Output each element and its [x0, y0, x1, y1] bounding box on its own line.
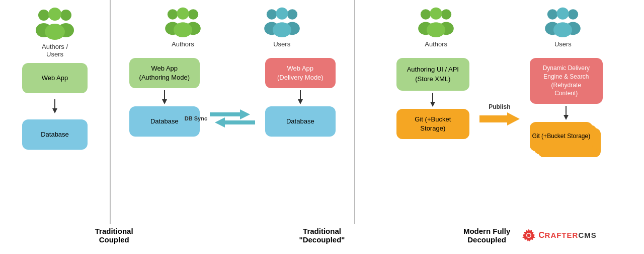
svg-point-32	[547, 9, 557, 19]
actor-label-users-s3: Users	[554, 40, 572, 48]
svg-point-10	[188, 9, 198, 19]
section-traditional-decoupled: Authors Users Web App (Authoring Mode)	[111, 0, 355, 224]
box-db-s2-right: Database	[265, 106, 336, 137]
db-sync-area: DB Sync	[210, 108, 255, 129]
crafter-c-letter: C	[538, 230, 544, 240]
svg-point-14	[267, 9, 277, 19]
svg-point-26	[421, 9, 431, 19]
svg-point-36	[557, 8, 569, 20]
title-traditional-decoupled: Traditional "Decoupled"	[299, 227, 345, 244]
svg-marker-21	[162, 99, 167, 104]
footer-s3-title: Modern Fully Decoupled CRAFTERCMS	[426, 227, 634, 244]
people-icon-teal-s2	[263, 5, 301, 38]
actor-label-authors-s2: Authors	[172, 40, 194, 48]
svg-point-4	[48, 8, 61, 21]
svg-marker-42	[564, 115, 569, 120]
arrow-s3-left	[428, 93, 438, 107]
publish-arrow-icon	[479, 111, 520, 126]
people-icon-green-s3	[417, 5, 455, 38]
arrow-down-s1	[50, 99, 60, 113]
svg-point-45	[527, 233, 531, 237]
svg-marker-7	[52, 108, 57, 113]
box-webapp-s1: Web App	[22, 63, 88, 93]
svg-marker-39	[430, 102, 435, 107]
s3-left-col: Authoring UI / API (Store XML) Git (+Buc…	[396, 58, 469, 139]
svg-marker-22	[210, 109, 250, 119]
actor-authors-s2: Authors	[164, 5, 202, 48]
actor-users-s2: Users	[263, 5, 301, 48]
svg-point-19	[273, 22, 291, 37]
actor-authors-users: Authors / Users	[35, 5, 75, 58]
actors-row-s3: Authors Users	[363, 5, 636, 48]
people-icon-green	[35, 5, 75, 40]
box-webapp-authoring: Web App (Authoring Mode)	[129, 58, 200, 88]
svg-point-2	[60, 10, 71, 21]
svg-point-31	[427, 22, 445, 37]
actor-authors-s3: Authors	[417, 5, 455, 48]
box-db-s2-left: Database	[129, 106, 200, 137]
crafter-gear-icon	[520, 227, 537, 244]
svg-marker-23	[215, 117, 255, 128]
box-db-s1: Database	[22, 119, 88, 150]
box-dynamic-delivery: Dynamic Delivery Engine & Search (Rehydr…	[530, 58, 603, 104]
people-icon-teal-s3	[544, 5, 582, 38]
actor-label-authors-users: Authors / Users	[42, 43, 68, 58]
svg-point-0	[38, 10, 49, 21]
footer-s2-title: Traditional "Decoupled"	[218, 227, 426, 244]
s3-right-col: Dynamic Delivery Engine & Search (Rehydr…	[530, 58, 603, 160]
crafter-cms-logo: CRAFTERCMS	[520, 227, 596, 244]
svg-point-30	[430, 8, 442, 20]
crafter-logo-c: CRAFTERCMS	[538, 230, 596, 240]
stacked-git-boxes: Git (+Bucket Storage)	[530, 122, 603, 160]
publish-label: Publish	[489, 103, 510, 110]
svg-point-8	[168, 9, 178, 19]
svg-point-18	[276, 8, 288, 20]
svg-point-34	[568, 9, 578, 19]
section-traditional-coupled: Authors / Users Web App Database	[0, 0, 111, 224]
actor-label-authors-s3: Authors	[425, 40, 447, 48]
box-authoring-ui: Authoring UI / API (Store XML)	[396, 58, 469, 91]
crafter-cms-text: CMS	[578, 231, 596, 239]
title-traditional-coupled: Traditional Coupled	[95, 227, 133, 244]
svg-point-16	[287, 9, 297, 19]
db-sync-arrow	[210, 108, 255, 129]
svg-point-37	[553, 22, 572, 37]
db-sync-label: DB Sync	[185, 115, 207, 121]
s3-content: Authoring UI / API (Store XML) Git (+Buc…	[363, 58, 636, 160]
s2-right-col: Web App (Delivery Mode) Database	[265, 58, 336, 137]
s1-content: Web App Database	[22, 63, 88, 150]
arrow-s3-right	[561, 106, 571, 120]
actor-users-s3: Users	[544, 5, 582, 48]
title-modern-decoupled: Modern Fully Decoupled	[463, 227, 510, 244]
publish-arrow-area: Publish	[479, 103, 520, 126]
s2-left-col: Web App (Authoring Mode) Database	[129, 58, 200, 137]
svg-point-28	[441, 9, 451, 19]
actors-row-s2: Authors Users	[118, 5, 347, 48]
footer: Traditional Coupled Traditional "Decoupl…	[0, 224, 644, 254]
box-git-s3-left: Git (+Bucket Storage)	[396, 109, 469, 139]
people-icon-green-s2	[164, 5, 202, 38]
svg-marker-40	[479, 112, 520, 125]
arrow-s2-left	[159, 90, 170, 104]
svg-marker-25	[298, 99, 303, 104]
arrow-s2-right	[295, 90, 305, 104]
svg-point-5	[45, 24, 65, 40]
diagram-area: Authors / Users Web App Database Aut	[0, 0, 644, 224]
actor-label-users-s2: Users	[273, 40, 290, 48]
svg-point-12	[177, 8, 189, 20]
s2-content: Web App (Authoring Mode) Database DB Syn…	[118, 58, 347, 137]
box-git-s3-right: Git (+Bucket Storage)	[530, 122, 593, 151]
box-webapp-delivery: Web App (Delivery Mode)	[265, 58, 336, 88]
section-modern-decoupled: Authors Users Authoring UI / API (Store …	[355, 0, 644, 224]
svg-point-13	[174, 22, 192, 37]
footer-s1-title: Traditional Coupled	[10, 227, 218, 244]
crafter-rafter-text: RAFTER	[545, 231, 579, 239]
